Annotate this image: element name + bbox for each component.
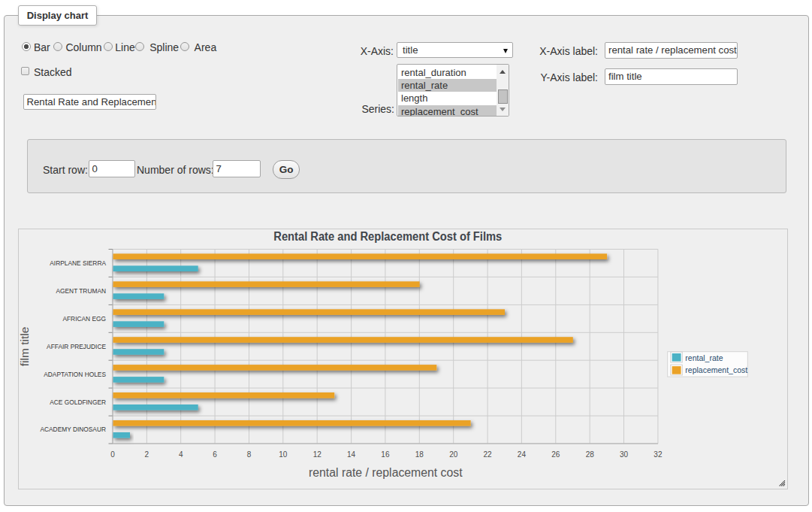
svg-text:AGENT TRUMAN: AGENT TRUMAN — [56, 286, 106, 295]
svg-text:32: 32 — [654, 450, 663, 458]
svg-text:film title: film title — [19, 327, 31, 367]
svg-text:ACADEMY DINOSAUR: ACADEMY DINOSAUR — [40, 426, 106, 434]
svg-text:16: 16 — [381, 450, 390, 458]
svg-text:2: 2 — [144, 450, 149, 458]
svg-text:14: 14 — [347, 450, 356, 458]
svg-text:4: 4 — [179, 450, 183, 458]
svg-text:AIRPLANE SIERRA: AIRPLANE SIERRA — [50, 259, 106, 267]
svg-text:22: 22 — [483, 450, 492, 458]
svg-text:28: 28 — [585, 450, 594, 458]
svg-text:18: 18 — [415, 450, 424, 458]
svg-text:6: 6 — [213, 450, 217, 458]
svg-text:12: 12 — [312, 450, 321, 458]
svg-text:AFFAIR PREJUDICE: AFFAIR PREJUDICE — [47, 342, 106, 350]
svg-text:rental_rate: rental_rate — [685, 353, 723, 362]
svg-text:8: 8 — [246, 450, 251, 458]
svg-text:rental rate / replacement cost: rental rate / replacement cost — [309, 466, 463, 479]
svg-text:0: 0 — [110, 450, 115, 458]
svg-text:Rental Rate and Replacement Co: Rental Rate and Replacement Cost of Film… — [273, 229, 502, 243]
svg-text:ADAPTATION HOLES: ADAPTATION HOLES — [44, 370, 106, 378]
svg-text:replacement_cost: replacement_cost — [685, 365, 747, 374]
svg-text:10: 10 — [279, 450, 288, 458]
svg-text:ACE GOLDFINGER: ACE GOLDFINGER — [50, 398, 106, 406]
svg-text:24: 24 — [518, 450, 527, 458]
svg-text:30: 30 — [620, 450, 629, 458]
svg-text:20: 20 — [449, 450, 458, 458]
svg-text:26: 26 — [551, 450, 560, 458]
svg-text:AFRICAN EGG: AFRICAN EGG — [62, 314, 106, 323]
